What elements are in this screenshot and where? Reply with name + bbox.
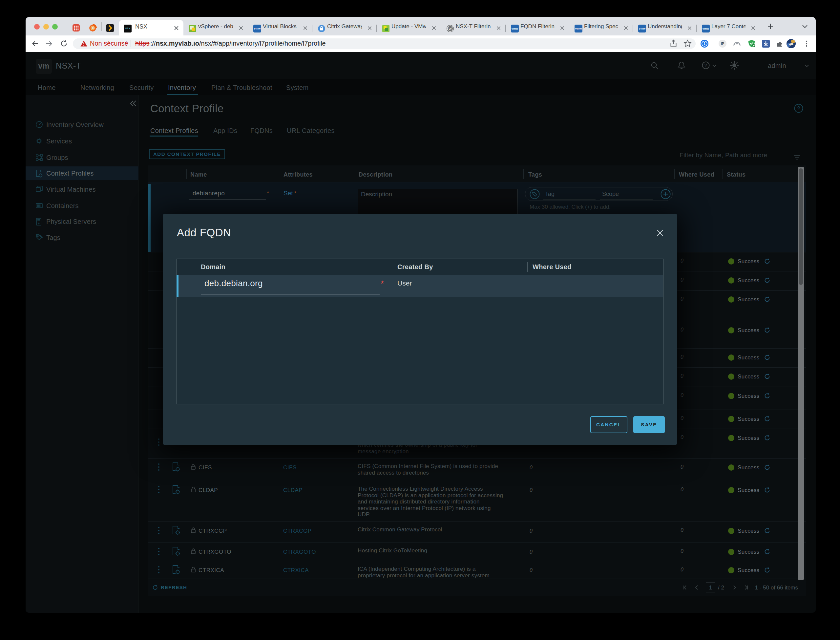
svg-text:?: ? (704, 63, 707, 68)
svg-text:W: W (448, 27, 452, 31)
svg-text:?: ? (797, 106, 800, 111)
